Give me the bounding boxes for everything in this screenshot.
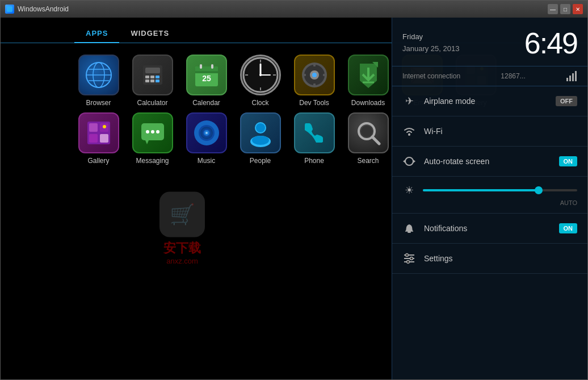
airplane-toggle[interactable]: OFF [556, 96, 577, 106]
browser-icon [78, 55, 119, 95]
brightness-slider-fill [423, 189, 539, 191]
svg-point-78 [408, 133, 410, 136]
svg-rect-13 [156, 80, 159, 82]
svg-rect-11 [145, 80, 149, 82]
app-item-browser[interactable]: Browser [74, 55, 123, 107]
svg-rect-17 [200, 64, 202, 69]
svg-rect-36 [323, 74, 326, 76]
calculator-label: Calculator [137, 99, 167, 107]
app-item-calendar[interactable]: 25 Calendar [182, 55, 230, 107]
time-display: 6:49 [524, 26, 577, 60]
search-icon [348, 112, 389, 153]
airplane-label: Airplane mode [424, 97, 548, 106]
svg-point-32 [312, 73, 317, 77]
svg-point-55 [103, 125, 106, 128]
search-label: Search [357, 157, 379, 165]
day-name: Friday [402, 31, 459, 43]
settings-row-brightness: ☀ AUTO [392, 177, 587, 214]
svg-rect-75 [569, 76, 571, 81]
people-icon [240, 112, 281, 153]
clock-label: Clock [251, 99, 268, 107]
calendar-label: Calendar [192, 99, 220, 107]
gallery2-icon [78, 112, 119, 153]
app-item-clock[interactable]: Clock [236, 55, 284, 107]
date-str: January 25, 2013 [402, 43, 459, 55]
svg-point-70 [252, 136, 269, 145]
connection-label: Internet connection [402, 72, 460, 80]
app-item-search[interactable]: Search [344, 112, 392, 165]
browser-label: Browser [86, 99, 111, 107]
tab-apps[interactable]: APPS [74, 24, 119, 43]
right-panel: Friday January 25, 2013 6:49 Internet co… [392, 18, 587, 379]
svg-point-72 [361, 126, 372, 137]
connection-bar: Internet connection 12867... [392, 66, 587, 86]
svg-rect-51 [89, 123, 98, 132]
notifications-toggle[interactable]: ON [559, 223, 578, 233]
maximize-button[interactable]: □ [560, 4, 570, 14]
settings-row-main[interactable]: Settings [392, 244, 587, 274]
close-button[interactable]: ✕ [573, 4, 583, 14]
watermark: 🛒 安下载 anxz.com [159, 191, 205, 265]
connection-id: 12867... [501, 72, 525, 80]
window-controls: — □ ✕ [548, 4, 583, 14]
svg-point-64 [205, 132, 208, 134]
tab-widgets[interactable]: WIDGETS [119, 24, 180, 43]
svg-rect-77 [575, 71, 577, 81]
wifi-label: Wi-Fi [424, 127, 577, 136]
rotate-icon [402, 154, 416, 168]
svg-rect-53 [89, 134, 98, 143]
devtools-label: Dev Tools [299, 99, 329, 107]
rotate-toggle[interactable]: ON [559, 156, 578, 166]
svg-rect-76 [572, 73, 574, 81]
app-item-phone[interactable]: Phone [290, 112, 338, 165]
clock-icon [240, 55, 281, 95]
svg-point-57 [146, 130, 149, 133]
app-icon [5, 5, 14, 14]
app-item-people[interactable]: People [236, 112, 284, 165]
main-content: APPS WIDGETS [1, 18, 587, 379]
watermark-url: anxz.com [166, 256, 198, 265]
svg-point-88 [407, 261, 410, 264]
messaging-label: Messaging [136, 157, 169, 165]
app-item-gallery2[interactable]: Gallery [74, 112, 123, 165]
watermark-icon: 🛒 [159, 191, 205, 237]
settings-row-wifi[interactable]: Wi-Fi [392, 116, 587, 147]
date-info: Friday January 25, 2013 [402, 31, 459, 55]
svg-rect-74 [566, 78, 568, 81]
svg-line-73 [372, 137, 379, 144]
minimize-button[interactable]: — [548, 4, 558, 14]
svg-marker-80 [403, 160, 405, 163]
brightness-controls: ☀ [402, 183, 577, 197]
devtools-icon [294, 55, 335, 95]
svg-rect-34 [313, 83, 316, 87]
svg-rect-35 [303, 74, 306, 76]
people-label: People [250, 157, 271, 165]
svg-marker-79 [413, 160, 415, 163]
svg-rect-16 [195, 71, 218, 73]
music-label: Music [198, 157, 215, 165]
app-item-messaging[interactable]: Messaging [128, 112, 177, 165]
gallery2-label: Gallery [87, 157, 109, 165]
svg-rect-9 [150, 76, 154, 78]
messaging-icon [132, 112, 173, 153]
phone-label: Phone [304, 157, 324, 165]
app-item-devtools[interactable]: Dev Tools [290, 55, 338, 107]
svg-rect-8 [145, 76, 149, 78]
settings-row-notifications[interactable]: Notifications ON [392, 214, 587, 244]
settings-row-rotate[interactable]: Auto-rotate screen ON [392, 147, 587, 177]
phone-icon [294, 112, 335, 153]
app-item-music[interactable]: Music [182, 112, 230, 165]
airplane-icon: ✈ [402, 94, 416, 108]
app-item-calculator[interactable]: Calculator [128, 55, 177, 107]
settings-row-airplane[interactable]: ✈ Airplane mode OFF [392, 86, 587, 116]
main-window: WindowsAndroid — □ ✕ APPS WIDGETS [0, 0, 588, 380]
app-item-downloads[interactable]: Downloads [344, 55, 392, 107]
brightness-auto-label: AUTO [402, 199, 577, 206]
wifi-icon [402, 124, 416, 138]
music-icon [186, 112, 227, 153]
svg-rect-10 [156, 76, 159, 78]
settings-main-icon [402, 252, 416, 265]
watermark-text: 安下载 [163, 239, 201, 256]
svg-rect-18 [211, 64, 213, 69]
brightness-slider-track[interactable] [423, 189, 577, 191]
